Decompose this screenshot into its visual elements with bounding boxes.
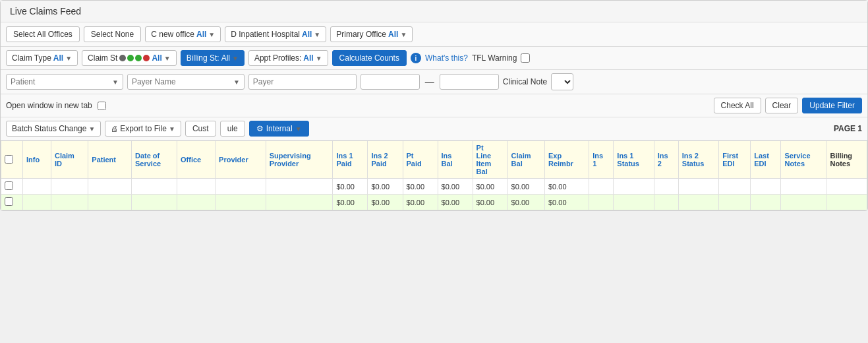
office-d-filter: All — [302, 30, 312, 39]
office-c-filter: All — [196, 30, 206, 39]
custom-button[interactable]: Cust — [185, 121, 216, 137]
office-c-label: C new office — [151, 30, 194, 39]
office-primary-filter: All — [388, 30, 398, 39]
select-none-button[interactable]: Select None — [84, 26, 141, 42]
billing-st-dropdown[interactable]: Billing St: All ▼ — [181, 50, 245, 66]
patient-input-wrapper[interactable]: ▼ — [6, 74, 123, 90]
tfl-warning-checkbox[interactable] — [521, 53, 530, 63]
schedule-button[interactable]: ule — [220, 121, 245, 137]
chevron-down-icon: ▼ — [164, 55, 171, 62]
table-row: $0.00 $0.00 $0.00 $0.00 $0.00 $0.00 $0.0… — [1, 179, 867, 195]
export-label: Export to File — [120, 124, 167, 133]
chevron-down-icon: ▼ — [88, 125, 95, 133]
internal-label: Internal — [266, 124, 293, 133]
office-d-dropdown[interactable]: D Inpatient Hospital All ▼ — [225, 26, 326, 42]
col-pt-line-item-bal: PtLineItemBal — [473, 141, 507, 179]
office-c-dropdown[interactable]: C new office All ▼ — [145, 26, 221, 42]
title-bar: Live Claims Feed — [1, 1, 867, 22]
appt-profiles-dropdown[interactable]: Appt Profiles: All ▼ — [248, 50, 328, 66]
gear-icon: ⚙ — [256, 124, 264, 133]
batch-status-label: Batch Status Change — [12, 124, 86, 133]
gray-dot — [119, 55, 126, 61]
check-all-button[interactable]: Check All — [714, 98, 761, 113]
date-range-dash: — — [425, 77, 434, 87]
col-ins-bal: InsBal — [438, 141, 473, 179]
col-supervising-provider: Supervis­ingProvider — [266, 141, 333, 179]
whats-this-link[interactable]: What's this? — [425, 53, 468, 63]
patient-input[interactable] — [11, 77, 109, 86]
custom-label: Cust — [192, 124, 209, 133]
col-billing-notes: BillingNotes — [826, 141, 867, 179]
col-office: Office — [177, 141, 216, 179]
export-to-file-dropdown[interactable]: 🖨 Export to File ▼ — [105, 121, 181, 137]
col-claim-bal: ClaimBal — [507, 141, 544, 179]
office-d-label: D Inpatient Hospital — [231, 30, 300, 39]
appt-profiles-label: Appt Profiles: — [254, 53, 301, 63]
schedule-label: ule — [227, 124, 238, 133]
date-from-input[interactable]: 08/05/2022 — [361, 74, 420, 90]
col-last-edi: LastEDI — [751, 141, 781, 179]
claims-table-wrapper: Info ClaimID Patient Date ofService Offi… — [1, 140, 867, 210]
select-all-checkbox[interactable] — [5, 155, 13, 164]
col-info: Info — [23, 141, 51, 179]
chevron-down-icon: ▼ — [112, 78, 119, 86]
payer-input-wrapper[interactable] — [248, 74, 357, 90]
chevron-down-icon: ▼ — [295, 125, 302, 133]
info-icon[interactable]: i — [411, 53, 421, 63]
payer-name-input[interactable] — [132, 77, 231, 86]
col-ins1-paid: Ins 1Paid — [333, 141, 368, 179]
table-header-row: Info ClaimID Patient Date ofService Offi… — [1, 141, 867, 179]
batch-status-change-dropdown[interactable]: Batch Status Change ▼ — [6, 121, 101, 137]
billing-st-filter: All — [221, 53, 230, 63]
chevron-down-icon: ▼ — [314, 31, 320, 38]
payer-input[interactable] — [253, 77, 352, 86]
chevron-down-icon: ▼ — [208, 31, 215, 38]
chevron-down-icon: ▼ — [65, 55, 72, 62]
col-exp-reimbr: ExpReimbr — [545, 141, 589, 179]
col-ins1-status: Ins 1Status — [614, 141, 654, 179]
chevron-down-icon: ▼ — [232, 55, 239, 62]
open-window-checkbox[interactable] — [98, 102, 106, 110]
office-primary-label: Primary Office — [336, 30, 386, 39]
cell-checkbox[interactable] — [1, 179, 23, 195]
appt-profiles-filter: All — [303, 53, 313, 63]
clear-button[interactable]: Clear — [765, 98, 799, 113]
chevron-down-icon: ▼ — [400, 31, 407, 38]
cell-checkbox[interactable] — [1, 195, 23, 210]
window-title: Live Claims Feed — [10, 6, 81, 16]
claim-type-dropdown[interactable]: Claim Type All ▼ — [6, 50, 78, 66]
office-primary-dropdown[interactable]: Primary Office All ▼ — [330, 26, 413, 42]
select-all-offices-button[interactable]: Select All Offices — [6, 26, 80, 42]
update-filter-button[interactable]: Update Filter — [802, 98, 862, 113]
chevron-down-icon: ▼ — [169, 125, 175, 133]
chevron-down-icon: ▼ — [316, 55, 322, 62]
clinical-note-select[interactable] — [551, 73, 573, 90]
green-dot-2 — [135, 55, 142, 61]
col-pt-paid: PtPaid — [403, 141, 438, 179]
filter-toolbar: Claim Type All ▼ Claim St All ▼ Billing … — [1, 47, 867, 70]
internal-dropdown[interactable]: ⚙ Internal ▼ — [249, 121, 309, 137]
options-row: Open window in new tab Check All Clear U… — [1, 94, 867, 117]
red-dot — [143, 55, 150, 61]
page-label: PAGE 1 — [834, 124, 862, 133]
col-service-notes: ServiceNotes — [781, 141, 826, 179]
col-ins2: Ins2 — [654, 141, 678, 179]
claim-st-filter: All — [152, 53, 161, 63]
status-dots — [119, 55, 150, 61]
batch-toolbar: Batch Status Change ▼ 🖨 Export to File ▼… — [1, 117, 867, 140]
claim-st-dropdown[interactable]: Claim St All ▼ — [82, 50, 177, 66]
date-to-input[interactable]: 08/05/2022 — [440, 74, 499, 90]
claim-type-filter: All — [53, 53, 63, 63]
billing-st-label: Billing St: — [187, 53, 219, 63]
tfl-warning-label: TFL Warning — [472, 53, 517, 63]
col-provider: Provider — [216, 141, 266, 179]
clinical-note-label: Clinical Note — [503, 77, 547, 86]
chevron-down-icon: ▼ — [233, 78, 240, 86]
table-row: $0.00 $0.00 $0.00 $0.00 $0.00 $0.00 $0.0… — [1, 195, 867, 210]
calculate-counts-button[interactable]: Calculate Counts — [332, 50, 407, 66]
col-first-edi: FirstEDI — [719, 141, 751, 179]
print-icon: 🖨 — [111, 125, 118, 133]
claim-type-label: Claim Type — [12, 53, 51, 63]
claims-table: Info ClaimID Patient Date ofService Offi… — [1, 140, 867, 210]
payer-name-input-wrapper[interactable]: ▼ — [127, 74, 245, 90]
